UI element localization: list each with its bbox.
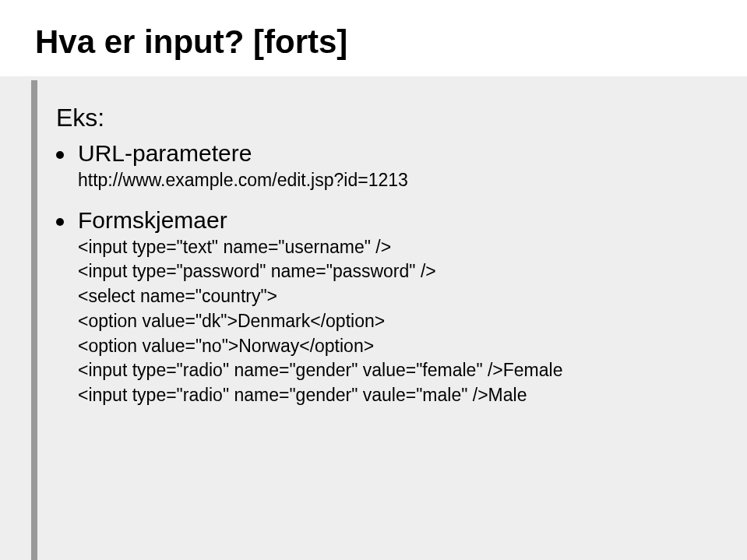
subtitle: Eks:: [56, 104, 700, 132]
code-line: <option value="no">Norway</option>: [78, 334, 700, 359]
code-line: <input type="radio" name="gender" value=…: [78, 358, 700, 383]
bullet-icon: [56, 151, 64, 159]
code-block: http://www.example.com/edit.jsp?id=1213: [78, 168, 700, 193]
code-line: <input type="radio" name="gender" vaule=…: [78, 383, 700, 408]
code-line: http://www.example.com/edit.jsp?id=1213: [78, 168, 700, 193]
slide: Hva er input? [forts] Eks: URL-parameter…: [0, 0, 747, 560]
bullet-item: Formskjemaer: [56, 207, 700, 234]
bullet-label: URL-parametere: [78, 140, 252, 167]
code-line: <select name="country">: [78, 284, 700, 309]
bullet-label: Formskjemaer: [78, 207, 227, 234]
title-area: Hva er input? [forts]: [0, 0, 747, 76]
code-line: <option value="dk">Denmark</option>: [78, 309, 700, 334]
bullet-item: URL-parametere: [56, 140, 700, 167]
bullet-icon: [56, 218, 64, 226]
code-line: <input type="text" name="username" />: [78, 235, 700, 260]
code-block: <input type="text" name="username" /> <i…: [78, 235, 700, 408]
vertical-divider: [31, 80, 37, 560]
content-area: Eks: URL-parametere http://www.example.c…: [0, 76, 747, 408]
code-line: <input type="password" name="password" /…: [78, 259, 700, 284]
slide-title: Hva er input? [forts]: [35, 23, 712, 61]
